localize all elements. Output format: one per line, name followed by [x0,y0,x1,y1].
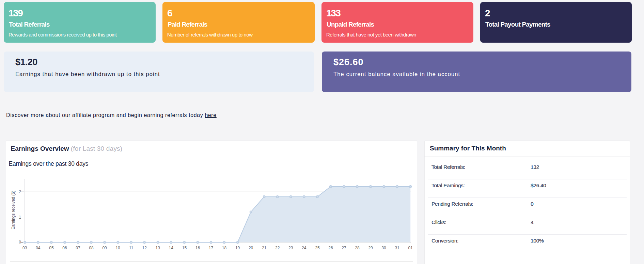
svg-text:31: 31 [395,246,400,250]
svg-text:19: 19 [235,246,240,250]
svg-text:09: 09 [102,246,107,250]
svg-text:01: 01 [408,246,413,250]
svg-text:10: 10 [115,246,120,250]
svg-text:0: 0 [19,240,21,245]
svg-text:22: 22 [275,246,280,250]
svg-text:12: 12 [142,246,147,250]
svg-text:2: 2 [19,189,21,194]
svg-text:29: 29 [368,246,373,250]
svg-text:04: 04 [36,246,41,250]
svg-text:Earnings received ($): Earnings received ($) [11,191,16,230]
svg-text:07: 07 [76,246,80,250]
svg-text:05: 05 [49,246,54,250]
svg-text:17: 17 [209,246,214,250]
svg-text:11: 11 [129,246,133,250]
svg-text:13: 13 [156,246,160,250]
svg-text:06: 06 [62,246,67,250]
svg-text:25: 25 [315,246,320,250]
svg-text:15: 15 [182,246,187,250]
svg-text:27: 27 [342,246,346,250]
svg-text:24: 24 [302,246,307,250]
svg-text:23: 23 [288,246,293,250]
svg-text:21: 21 [262,246,267,250]
svg-text:14: 14 [169,246,174,250]
svg-text:1: 1 [19,215,21,220]
svg-text:30: 30 [381,246,386,250]
svg-text:16: 16 [195,246,200,250]
svg-text:20: 20 [249,246,253,250]
svg-text:08: 08 [89,246,94,250]
svg-text:03: 03 [22,246,27,250]
svg-text:28: 28 [355,246,360,250]
svg-text:18: 18 [222,246,227,250]
svg-text:26: 26 [328,246,333,250]
